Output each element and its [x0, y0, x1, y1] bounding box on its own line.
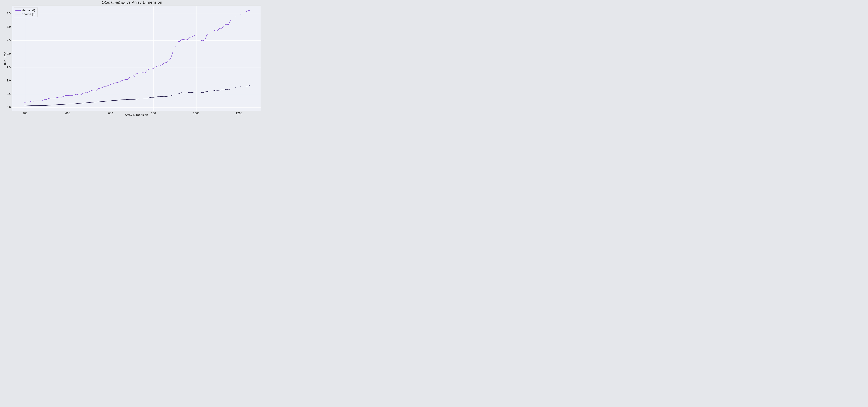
series-dot-0: [235, 17, 236, 17]
legend-label-sparse: sparse |s⟩: [22, 12, 36, 16]
legend: dense |d⟩ sparse |s⟩: [14, 7, 37, 18]
y-tick-label: 2.0: [2, 52, 11, 55]
series-dot-0: [176, 46, 176, 47]
y-tick-label: 1.5: [2, 66, 11, 69]
legend-swatch-dense: [16, 10, 21, 10]
series-line-1: [143, 95, 173, 98]
y-tick-label: 3.0: [2, 25, 11, 28]
chart-title: ⟨RunTime⟩100 vs Array Dimension: [0, 0, 264, 5]
y-tick-label: 3.5: [2, 12, 11, 15]
series-line-1: [177, 92, 196, 93]
series-dot-1: [240, 86, 241, 87]
series-dot-1: [235, 87, 236, 88]
series-line-0: [132, 52, 173, 77]
legend-item-dense: dense |d⟩: [16, 8, 36, 12]
series-line-1: [24, 99, 138, 106]
legend-swatch-sparse: [16, 14, 21, 14]
y-tick-label: 0.5: [2, 92, 11, 95]
grid-lines: [12, 6, 260, 111]
y-tick-label: 1.0: [2, 79, 11, 82]
chart-canvas: ⟨RunTime⟩100 vs Array Dimension Run Time…: [0, 0, 264, 121]
series-line-0: [201, 34, 209, 41]
series-line-1: [201, 91, 209, 93]
legend-item-sparse: sparse |s⟩: [16, 12, 36, 16]
x-axis-label: Array Dimension: [12, 113, 261, 117]
series-group: [24, 10, 250, 106]
series-dot-1: [176, 94, 176, 94]
series-line-0: [214, 20, 231, 31]
plot-area: [12, 5, 261, 111]
series-line-0: [246, 10, 250, 12]
series-line-1: [214, 89, 231, 91]
plot-svg: [12, 6, 260, 111]
series-line-1: [246, 86, 250, 86]
series-line-0: [177, 35, 196, 42]
y-tick-label: 0.0: [2, 106, 11, 109]
series-dot-0: [240, 14, 241, 14]
legend-label-dense: dense |d⟩: [22, 8, 35, 12]
y-tick-label: 2.5: [2, 39, 11, 42]
